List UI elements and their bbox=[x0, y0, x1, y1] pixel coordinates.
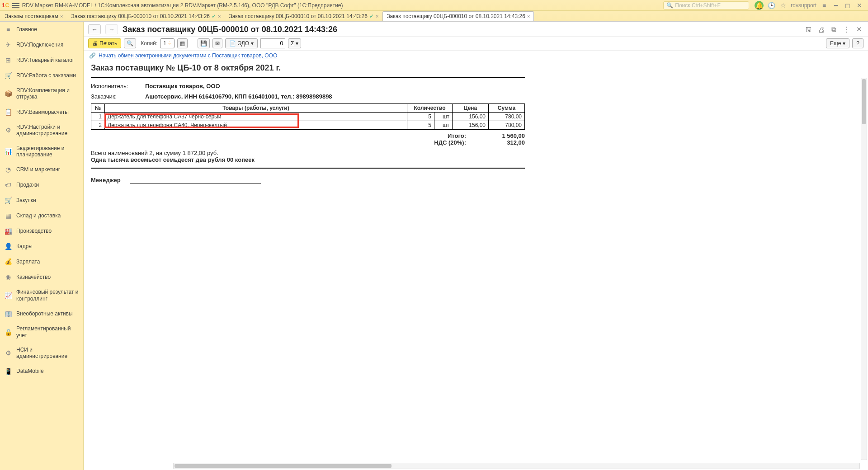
sidebar-item-icon: 🏢 bbox=[5, 310, 12, 317]
document-scroll[interactable]: Заказ поставщику № ЦБ-10 от 8 октября 20… bbox=[84, 61, 868, 470]
search-placeholder: Поиск Ctrl+Shift+F bbox=[675, 2, 721, 9]
sidebar-item[interactable]: ◔CRM и маркетинг bbox=[0, 162, 83, 177]
sidebar-item[interactable]: 🏷Продажи bbox=[0, 177, 83, 193]
vertical-scrollbar[interactable] bbox=[861, 78, 867, 460]
total-value: 1 560,00 bbox=[480, 132, 525, 139]
sidebar-item-label: НСИ и администрирование bbox=[16, 347, 79, 360]
sidebar-item[interactable]: 📱DataMobile bbox=[0, 364, 83, 379]
sidebar-item[interactable]: ≡Главное bbox=[0, 22, 83, 37]
sidebar-item-icon: ◔ bbox=[5, 166, 12, 173]
sidebar-item[interactable]: ▦Склад и доставка bbox=[0, 208, 83, 223]
close-icon[interactable]: ✕ bbox=[855, 1, 863, 9]
print-button[interactable]: 🖨 Печать bbox=[88, 38, 121, 48]
sidebar-item[interactable]: 📈Финансовый результат и контроллинг bbox=[0, 285, 83, 306]
more-menu-icon[interactable]: ⋮ bbox=[842, 25, 851, 34]
forward-button[interactable]: → bbox=[105, 24, 118, 34]
sidebar-item-label: Кадры bbox=[16, 243, 33, 249]
history-icon[interactable]: 🕒 bbox=[767, 1, 775, 9]
sidebar-item-label: RDV:Товарный каталог bbox=[16, 57, 74, 63]
tab[interactable]: Заказы поставщикам× bbox=[1, 11, 67, 21]
tab-close-icon[interactable]: × bbox=[60, 14, 63, 19]
search-input[interactable]: 🔍 Поиск Ctrl+Shift+F bbox=[663, 1, 749, 9]
sidebar-item-icon: ▦ bbox=[5, 212, 12, 219]
cell-unit: шт bbox=[434, 121, 453, 130]
sidebar-item[interactable]: 🛒Закупки bbox=[0, 193, 83, 208]
cell-sum: 780,00 bbox=[489, 121, 525, 130]
sidebar-item-label: Казначейство bbox=[16, 274, 51, 280]
tab[interactable]: Заказ поставщику 00ЦБ-000010 от 08.10.20… bbox=[382, 11, 534, 21]
sidebar-item[interactable]: 💰Зарплата bbox=[0, 254, 83, 269]
sidebar-item[interactable]: 🏭Производство bbox=[0, 223, 83, 239]
cell-num: 2 bbox=[91, 121, 105, 130]
horizontal-scrollbar[interactable] bbox=[173, 463, 860, 469]
sidebar-item[interactable]: ⚙RDV:Настройки и администрирование bbox=[0, 120, 83, 141]
username[interactable]: rdvsupport bbox=[791, 2, 816, 9]
copies-input[interactable] bbox=[260, 38, 285, 48]
table-icon-button[interactable]: ▦ bbox=[177, 38, 188, 48]
sidebar-item[interactable]: ◉Казначейство bbox=[0, 269, 83, 285]
cell-sum: 780,00 bbox=[489, 113, 525, 121]
tab-close-icon[interactable]: × bbox=[376, 14, 378, 19]
sidebar-item[interactable]: ✈RDV:Подключения bbox=[0, 37, 83, 52]
sidebar-item-icon: 🛒 bbox=[5, 72, 12, 79]
close-tab-icon[interactable]: ✕ bbox=[854, 25, 863, 34]
summary-text: Всего наименований 2, на сумму 1 872,00 … bbox=[91, 150, 525, 156]
sidebar-item-label: Регламентированный учет bbox=[16, 325, 79, 338]
tab[interactable]: Заказ поставщику 00ЦБ-000010 от 08.10.20… bbox=[225, 11, 382, 21]
minimize-icon[interactable]: ━ bbox=[832, 1, 840, 9]
back-button[interactable]: ← bbox=[88, 24, 101, 34]
cell-name: Держатель для телефона CA40, Черно-желты… bbox=[105, 121, 407, 130]
search-icon: 🔍 bbox=[666, 2, 673, 9]
print-icon[interactable]: 🖨 bbox=[816, 25, 826, 34]
maximize-icon[interactable]: ◻ bbox=[844, 1, 852, 9]
cell-qty: 5 bbox=[407, 121, 434, 130]
goods-table: № Товары (работы, услуги) Количество Цен… bbox=[91, 103, 525, 130]
manager-label: Менеджер bbox=[91, 177, 121, 183]
save-icon[interactable]: 🖫 bbox=[804, 25, 813, 34]
sidebar-item-icon: ◉ bbox=[5, 273, 12, 281]
mail-button[interactable]: ✉ bbox=[212, 38, 222, 48]
save-button[interactable]: 💾 bbox=[198, 38, 210, 48]
preview-button[interactable]: 🔍 bbox=[124, 38, 136, 48]
spinner-control[interactable]: 1 ÷ bbox=[160, 38, 174, 48]
settings-icon[interactable]: ≡ bbox=[820, 1, 828, 9]
main-area: ← → Заказ поставщику 00ЦБ-000010 от 08.1… bbox=[84, 22, 868, 470]
edi-start-link[interactable]: Начать обмен электронными документами с … bbox=[99, 52, 277, 59]
sidebar-item[interactable]: 🔒Регламентированный учет bbox=[0, 321, 83, 343]
check-icon: ✓ bbox=[369, 13, 374, 19]
tab-close-icon[interactable]: × bbox=[527, 14, 530, 19]
help-button[interactable]: ? bbox=[852, 38, 863, 48]
sidebar-item[interactable]: 📊Бюджетирование и планирование bbox=[0, 141, 83, 162]
sidebar-item[interactable]: 📋RDV:Взаиморасчеты bbox=[0, 104, 83, 120]
sidebar-item-label: DataMobile bbox=[16, 368, 44, 374]
chevron-down-icon: ▾ bbox=[843, 40, 845, 47]
sidebar-item[interactable]: ⊞RDV:Товарный каталог bbox=[0, 52, 83, 68]
vat-label: НДС (20%): bbox=[421, 139, 466, 146]
sum-button[interactable]: Σ ▾ bbox=[288, 38, 301, 48]
tab[interactable]: Заказ поставщику 00ЦБ-000010 от 08.10.20… bbox=[67, 11, 225, 21]
tab-close-icon[interactable]: × bbox=[218, 14, 221, 19]
sidebar-item-icon: 🔒 bbox=[5, 329, 12, 336]
sidebar-item-label: RDV:Подключения bbox=[16, 42, 63, 48]
customer-label: Заказчик: bbox=[91, 93, 145, 100]
sidebar-item[interactable]: 🛒RDV:Работа с заказами bbox=[0, 68, 83, 83]
cell-unit: шт bbox=[434, 113, 453, 121]
executor-label: Исполнитель: bbox=[91, 83, 145, 89]
more-button[interactable]: Еще ▾ bbox=[826, 38, 849, 48]
edo-button[interactable]: 📄 ЭДО ▾ bbox=[225, 38, 258, 48]
vat-value: 312,00 bbox=[480, 139, 525, 146]
sidebar-item[interactable]: ⚙НСИ и администрирование bbox=[0, 343, 83, 364]
notifications-icon[interactable]: 🔔 bbox=[755, 1, 764, 10]
sidebar-item[interactable]: 📦RDV:Комплектация и отгрузка bbox=[0, 83, 83, 104]
favorites-icon[interactable]: ☆ bbox=[779, 1, 787, 9]
tab-label: Заказы поставщикам bbox=[5, 13, 58, 19]
cell-name: Держатель для телефона CA37 черно-серый bbox=[105, 113, 407, 121]
copies-label: Копий: bbox=[141, 40, 157, 47]
divider bbox=[91, 77, 525, 78]
export-icon[interactable]: ⧉ bbox=[829, 25, 838, 34]
sidebar-item[interactable]: 👤Кадры bbox=[0, 239, 83, 254]
totals-block: Итого: 1 560,00 НДС (20%): 312,00 bbox=[91, 132, 525, 146]
summary-words: Одна тысяча восемьсот семьдесят два рубл… bbox=[91, 156, 525, 163]
sidebar-item[interactable]: 🏢Внеоборотные активы bbox=[0, 306, 83, 321]
menu-icon[interactable] bbox=[12, 3, 19, 8]
